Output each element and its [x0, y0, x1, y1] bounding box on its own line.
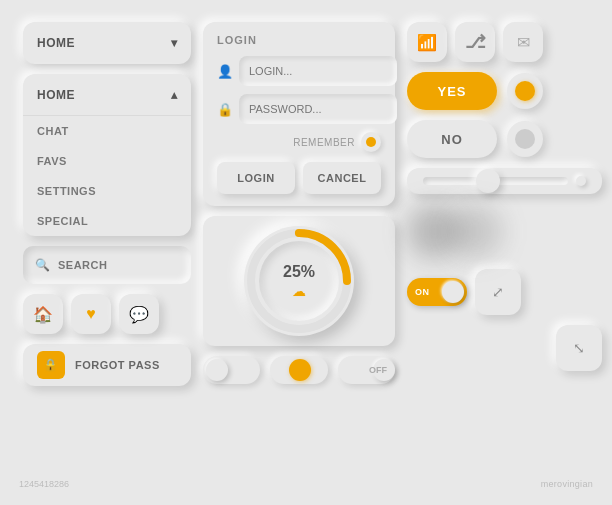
mail-icon: ✉ [517, 33, 530, 52]
search-bar: 🔍 [23, 246, 191, 284]
bottom-toggle-row: OFF [203, 356, 395, 384]
dropdown-open: HOME ▴ CHAT FAVS SETTINGS SPECIAL [23, 74, 191, 236]
watermark: merovingian [541, 479, 593, 489]
remember-toggle[interactable] [361, 132, 381, 152]
on-label: ON [415, 287, 430, 297]
dropdown-header[interactable]: HOME ▴ [23, 74, 191, 116]
heart-icon-btn[interactable]: ♥ [71, 294, 111, 334]
toggle-knob-mid [289, 359, 311, 381]
forgot-pass-label: FORGOT PASS [75, 359, 160, 371]
heart-icon: ♥ [86, 305, 96, 323]
icon-row: 🏠 ♥ 💬 [23, 294, 191, 334]
cancel-button[interactable]: CANCEL [303, 162, 381, 194]
no-row: NO [407, 120, 602, 158]
progress-circle: 25% ☁ [244, 226, 354, 336]
collapse-icon: ⤡ [573, 340, 585, 356]
menu-item-chat[interactable]: CHAT [23, 116, 191, 146]
wifi-icon: 📶 [417, 33, 437, 52]
collapse-button[interactable]: ⤡ [556, 325, 602, 371]
slider-wrap [417, 176, 592, 186]
login-title: LOGIN [217, 34, 381, 46]
slider-container [407, 168, 602, 194]
dropdown-closed[interactable]: HOME ▾ [23, 22, 191, 64]
menu-item-favs[interactable]: FAVS [23, 146, 191, 176]
toggle-yellow-mid[interactable] [270, 356, 327, 384]
toggle-knob-off [206, 359, 228, 381]
toggle-dot-grey[interactable] [507, 121, 543, 157]
menu-item-special[interactable]: SPECIAL [23, 206, 191, 236]
toggle-on-knob [442, 281, 464, 303]
login-btn-row: LOGIN CANCEL [217, 162, 381, 194]
collapse-row: ⤡ [407, 325, 602, 371]
yes-row: YES [407, 72, 602, 110]
remember-row: REMEMBER [217, 132, 381, 152]
login-card: LOGIN 👤 🔒 REMEMBER LOGIN CANCEL [203, 22, 395, 206]
cloud-icon: ☁ [292, 283, 306, 299]
chevron-up-icon: ▴ [171, 88, 178, 102]
toggle-grey-off2[interactable]: OFF [338, 356, 395, 384]
login-button[interactable]: LOGIN [217, 162, 295, 194]
user-icon: 👤 [217, 64, 233, 79]
password-row: 🔒 [217, 94, 381, 124]
home-icon-btn[interactable]: 🏠 [23, 294, 63, 334]
menu-item-settings[interactable]: SETTINGS [23, 176, 191, 206]
username-row: 👤 [217, 56, 381, 86]
mail-btn[interactable]: ✉ [503, 22, 543, 62]
dropdown-closed-label: HOME [37, 36, 75, 50]
dropdown-open-label: HOME [37, 88, 75, 102]
top-icon-row: 📶 ⎇ ✉ [407, 22, 602, 62]
no-button[interactable]: NO [407, 120, 497, 158]
bluetooth-icon: ⎇ [465, 31, 486, 53]
blur-circle-dark2 [448, 204, 503, 259]
progress-inner: 25% ☁ [259, 241, 339, 321]
image-id: 1245418286 [19, 479, 69, 489]
blur-decoration [407, 204, 602, 259]
remember-label: REMEMBER [293, 137, 355, 148]
yes-button[interactable]: YES [407, 72, 497, 110]
expand-button[interactable]: ⤢ [475, 269, 521, 315]
chat-icon-btn[interactable]: 💬 [119, 294, 159, 334]
slider-knob[interactable] [476, 169, 500, 193]
toggle-dot-orange[interactable] [507, 73, 543, 109]
expand-icon: ⤢ [492, 284, 504, 300]
slider-track [423, 177, 568, 185]
chat-icon: 💬 [129, 305, 149, 324]
chevron-down-icon: ▾ [171, 36, 178, 50]
login-input[interactable] [239, 56, 397, 86]
lock-icon: 🔒 [37, 351, 65, 379]
progress-section: 25% ☁ [203, 216, 395, 346]
toggle-grey-off[interactable] [203, 356, 260, 384]
on-toggle-row: ON ⤢ [407, 269, 602, 315]
toggle-on[interactable]: ON [407, 278, 467, 306]
password-icon: 🔒 [217, 102, 233, 117]
password-input[interactable] [239, 94, 397, 124]
forgot-pass-button[interactable]: 🔒 FORGOT PASS [23, 344, 191, 386]
off-label: OFF [369, 365, 387, 375]
bluetooth-btn[interactable]: ⎇ [455, 22, 495, 62]
search-input[interactable] [58, 259, 179, 271]
search-icon: 🔍 [35, 258, 50, 272]
wifi-btn[interactable]: 📶 [407, 22, 447, 62]
progress-percent: 25% [283, 263, 315, 281]
slider-end-dot [576, 176, 586, 186]
home-icon: 🏠 [33, 305, 53, 324]
